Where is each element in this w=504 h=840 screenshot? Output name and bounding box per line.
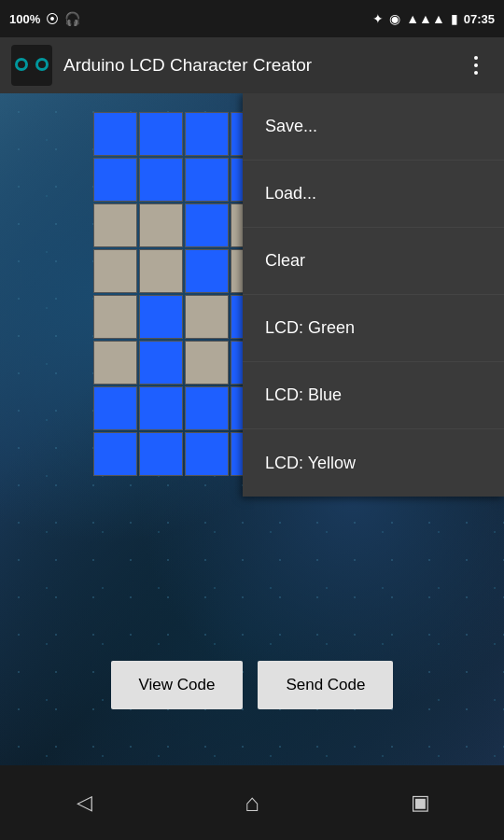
lcd-cell[interactable] [185, 203, 229, 247]
send-code-button[interactable]: Send Code [258, 661, 393, 709]
notification-icon: ⦿ [46, 11, 59, 26]
lcd-cell[interactable] [139, 432, 183, 476]
bluetooth-icon: ✦ [372, 11, 384, 26]
lcd-cell[interactable] [139, 158, 183, 202]
bottom-buttons: View Code Send Code [0, 661, 504, 709]
menu-item-label-clear: Clear [265, 251, 305, 271]
lcd-cell[interactable] [185, 158, 229, 202]
headset-icon: 🎧 [64, 11, 80, 26]
home-button[interactable] [224, 775, 280, 831]
alarm-icon: ◉ [389, 11, 400, 26]
lcd-cell[interactable] [139, 341, 183, 385]
dot-3 [474, 71, 478, 75]
nav-bar [0, 765, 504, 840]
lcd-cell[interactable] [93, 112, 137, 156]
lcd-cell[interactable] [139, 249, 183, 293]
overflow-menu-button[interactable] [459, 49, 493, 82]
status-right: ✦ ◉ ▲▲▲ ▮ 07:35 [372, 11, 495, 26]
lcd-cell[interactable] [185, 341, 229, 385]
logo-right-circle [35, 58, 49, 71]
menu-item-lcd-yellow[interactable]: LCD: Yellow [243, 429, 504, 497]
status-bar: 100% ⦿ 🎧 ✦ ◉ ▲▲▲ ▮ 07:35 [0, 0, 504, 37]
logo-left-circle [15, 58, 28, 71]
lcd-cell[interactable] [93, 432, 137, 476]
menu-item-label-lcd-green: LCD: Green [265, 318, 355, 338]
battery-icon: ▮ [451, 11, 458, 26]
lcd-cell[interactable] [139, 112, 183, 156]
lcd-cell[interactable] [93, 295, 137, 339]
menu-item-label-load: Load... [265, 184, 316, 203]
lcd-cell[interactable] [185, 112, 229, 156]
status-left: 100% ⦿ 🎧 [9, 11, 80, 26]
back-button[interactable] [56, 775, 112, 831]
menu-item-lcd-green[interactable]: LCD: Green [243, 295, 504, 362]
dot-1 [474, 56, 478, 60]
time: 07:35 [464, 12, 495, 26]
menu-item-save[interactable]: Save... [243, 93, 504, 161]
lcd-cell[interactable] [93, 203, 137, 247]
recents-button[interactable] [392, 775, 448, 831]
menu-item-clear[interactable]: Clear [243, 228, 504, 295]
menu-item-load[interactable]: Load... [243, 161, 504, 228]
lcd-cell[interactable] [139, 295, 183, 339]
app-title: Arduino LCD Character Creator [63, 55, 459, 76]
lcd-cell[interactable] [185, 249, 229, 293]
menu-item-label-save: Save... [265, 117, 317, 136]
lcd-cell[interactable] [139, 203, 183, 247]
view-code-button[interactable]: View Code [111, 661, 244, 709]
lcd-cell[interactable] [139, 386, 183, 430]
menu-item-label-lcd-blue: LCD: Blue [265, 385, 342, 405]
lcd-cell[interactable] [93, 386, 137, 430]
signal-icon: ▲▲▲ [406, 11, 445, 26]
dropdown-menu: Save...Load...ClearLCD: GreenLCD: BlueLC… [243, 93, 504, 497]
lcd-cell[interactable] [185, 432, 229, 476]
app-logo [11, 45, 52, 86]
lcd-cell[interactable] [93, 249, 137, 293]
app-logo-inner [15, 54, 49, 77]
dot-2 [474, 63, 478, 67]
lcd-cell[interactable] [185, 295, 229, 339]
menu-item-label-lcd-yellow: LCD: Yellow [265, 454, 356, 473]
menu-item-lcd-blue[interactable]: LCD: Blue [243, 362, 504, 429]
lcd-cell[interactable] [93, 158, 137, 202]
lcd-cell[interactable] [185, 386, 229, 430]
battery-percent: 100% [9, 12, 40, 26]
lcd-cell[interactable] [93, 341, 137, 385]
app-bar: Arduino LCD Character Creator [0, 37, 504, 93]
main-content: Save...Load...ClearLCD: GreenLCD: BlueLC… [0, 93, 504, 765]
